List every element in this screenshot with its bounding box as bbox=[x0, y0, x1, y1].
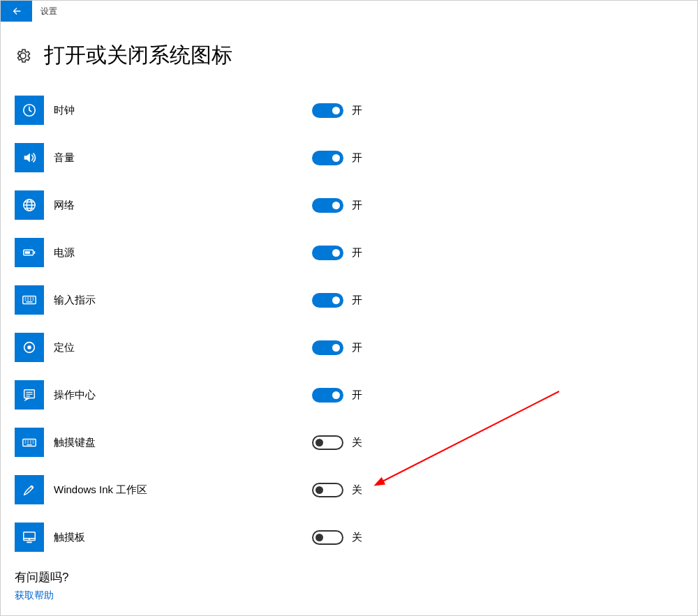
window-title: 设置 bbox=[40, 6, 57, 17]
toggle-group-volume: 开 bbox=[312, 151, 362, 165]
toggle-network[interactable] bbox=[312, 198, 343, 213]
toggle-touchpad[interactable] bbox=[312, 530, 343, 545]
toggle-group-power: 开 bbox=[312, 246, 362, 260]
toggle-group-ime: 开 bbox=[312, 293, 362, 308]
toggle-state-label-touchkb: 关 bbox=[352, 436, 362, 449]
setting-row-location: 定位开 bbox=[15, 324, 697, 371]
toggle-volume[interactable] bbox=[312, 151, 343, 165]
setting-label-clock: 时钟 bbox=[54, 104, 312, 117]
setting-row-volume: 音量开 bbox=[15, 134, 697, 181]
toggle-ink[interactable] bbox=[312, 483, 343, 497]
touch-keyboard-icon bbox=[15, 428, 44, 457]
setting-row-actioncenter: 操作中心开 bbox=[15, 371, 697, 419]
toggle-group-touchkb: 关 bbox=[312, 435, 362, 450]
volume-icon bbox=[15, 143, 44, 172]
setting-label-location: 定位 bbox=[54, 341, 312, 354]
toggle-location[interactable] bbox=[312, 340, 343, 355]
toggle-state-label-ink: 关 bbox=[352, 483, 362, 497]
setting-label-touchpad: 触摸板 bbox=[54, 531, 312, 544]
setting-label-ime: 输入指示 bbox=[54, 294, 312, 307]
toggle-clock[interactable] bbox=[312, 103, 343, 118]
toggle-state-label-touchpad: 关 bbox=[352, 531, 362, 544]
touchpad-icon bbox=[15, 523, 44, 552]
clock-icon bbox=[15, 96, 44, 125]
toggle-group-ink: 关 bbox=[312, 483, 362, 497]
setting-label-network: 网络 bbox=[54, 199, 312, 212]
setting-label-ink: Windows Ink 工作区 bbox=[54, 483, 312, 497]
toggle-state-label-clock: 开 bbox=[352, 104, 362, 117]
toggle-power[interactable] bbox=[312, 246, 343, 260]
setting-row-ime: 输入指示开 bbox=[15, 276, 697, 324]
setting-row-touchpad: 触摸板关 bbox=[15, 513, 697, 561]
toggle-group-location: 开 bbox=[312, 340, 362, 355]
page-header: 打开或关闭系统图标 bbox=[1, 22, 697, 87]
setting-label-volume: 音量 bbox=[54, 151, 312, 165]
power-icon bbox=[15, 238, 44, 267]
setting-row-touchkb: 触摸键盘关 bbox=[15, 419, 697, 466]
network-icon bbox=[15, 190, 44, 220]
toggle-group-network: 开 bbox=[312, 198, 362, 213]
setting-label-touchkb: 触摸键盘 bbox=[54, 436, 312, 449]
back-button[interactable] bbox=[1, 1, 32, 22]
action-center-icon bbox=[15, 380, 44, 410]
toggle-state-label-volume: 开 bbox=[352, 151, 362, 165]
toggle-ime[interactable] bbox=[312, 293, 343, 308]
toggle-state-label-actioncenter: 开 bbox=[352, 389, 362, 402]
setting-row-power: 电源开 bbox=[15, 229, 697, 276]
gear-icon bbox=[15, 47, 31, 64]
setting-row-clock: 时钟开 bbox=[15, 87, 697, 134]
toggle-group-clock: 开 bbox=[312, 103, 362, 118]
page-title: 打开或关闭系统图标 bbox=[44, 41, 232, 70]
setting-label-power: 电源 bbox=[54, 246, 312, 260]
location-icon bbox=[15, 333, 44, 362]
toggle-actioncenter[interactable] bbox=[312, 388, 343, 403]
setting-row-network: 网络开 bbox=[15, 181, 697, 229]
ink-icon bbox=[15, 475, 44, 504]
help-section: 有问题吗? 获取帮助 bbox=[1, 561, 697, 610]
setting-row-ink: Windows Ink 工作区关 bbox=[15, 466, 697, 513]
toggle-state-label-location: 开 bbox=[352, 341, 362, 354]
toggle-group-touchpad: 关 bbox=[312, 530, 362, 545]
keyboard-icon bbox=[15, 285, 44, 315]
system-icons-list: 时钟开音量开网络开电源开输入指示开定位开操作中心开触摸键盘关Windows In… bbox=[1, 87, 697, 561]
toggle-touchkb[interactable] bbox=[312, 435, 343, 450]
setting-label-actioncenter: 操作中心 bbox=[54, 389, 312, 402]
toggle-state-label-power: 开 bbox=[352, 246, 362, 260]
back-arrow-icon bbox=[11, 6, 22, 17]
toggle-state-label-network: 开 bbox=[352, 199, 362, 212]
toggle-state-label-ime: 开 bbox=[352, 294, 362, 307]
get-help-link[interactable]: 获取帮助 bbox=[15, 589, 683, 602]
help-question: 有问题吗? bbox=[15, 569, 683, 585]
titlebar: 设置 bbox=[1, 1, 697, 22]
toggle-group-actioncenter: 开 bbox=[312, 388, 362, 403]
